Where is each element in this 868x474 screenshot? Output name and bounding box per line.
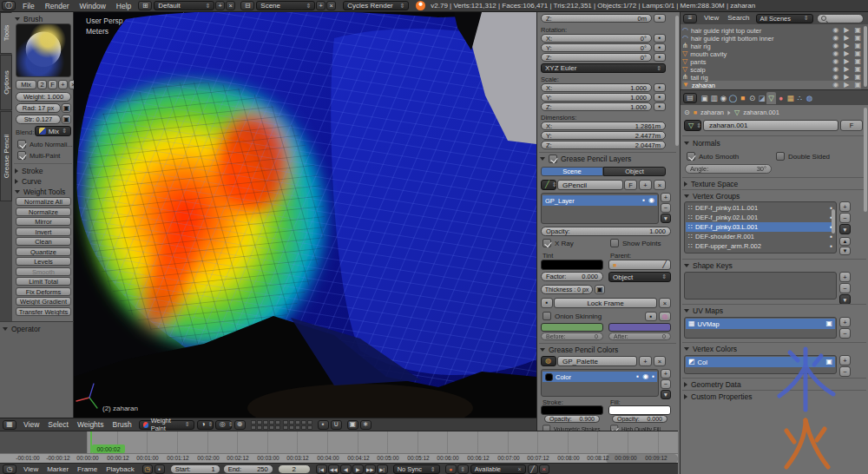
scene-close-button[interactable]: × [326,1,336,10]
vg-row[interactable]: ∷DEF-upper_arm.R.002▪ [686,241,835,251]
custom-properties-panel-header[interactable]: Custom Properties [684,392,752,401]
breadcrumb-data[interactable]: zaharan.001 [743,109,779,116]
scale-z-lock-button[interactable]: ▪ [654,102,666,111]
menu-render[interactable]: Render [40,0,75,12]
menu-weights[interactable]: Weights [73,418,108,431]
viewport-canvas[interactable] [74,12,536,418]
vertex-groups-panel-header[interactable]: Vertex Groups [684,192,740,201]
lock-frame-lock-button[interactable]: ▪ [541,298,553,308]
scale-y-lock-button[interactable]: ▪ [654,93,666,102]
geometry-data-panel-header[interactable]: Geometry Data [684,380,741,389]
onion-after-field[interactable]: After:0 [608,332,671,340]
tab-world[interactable]: ◯ [728,92,738,104]
weight-tools-panel-header[interactable]: Weight Tools [15,188,65,196]
gp-layer-remove-button[interactable]: − [661,203,671,213]
gp-datablock-icon-select[interactable]: ╱⇕ [541,180,556,190]
gp-source-scene-tab[interactable]: Scene [541,167,603,176]
tab-material[interactable]: ● [776,92,786,104]
editor-type-info-button[interactable]: ⓘ [2,1,16,10]
render-anim-button[interactable]: ∗ [360,420,372,430]
smooth-button[interactable]: Smooth [16,267,71,276]
sk-add-button[interactable]: + [839,272,851,282]
outliner-scrollbar[interactable] [864,26,867,87]
preview-range-button[interactable]: ◷ [142,464,153,474]
outliner-menu-search[interactable]: Search [723,12,753,24]
blend-select[interactable]: Mix⇕ [35,126,71,136]
play-button[interactable]: ▶ [352,464,364,474]
weight-gradient-button[interactable]: Weight Gradient [16,297,71,306]
scene-select[interactable]: Scene⇕ [256,1,315,10]
mesh-name-field[interactable]: zaharan.001 [703,120,838,131]
vg-row[interactable]: ∷DEF-f_pinky.01.L.001▪ [686,203,835,213]
sk-remove-button[interactable]: − [839,283,851,293]
normalize-button[interactable]: Normalize [16,207,71,216]
npanel-scrollbar[interactable] [675,16,679,146]
scene-icon-button[interactable]: ⊟ [240,1,254,10]
parent-object-field[interactable]: ■╱ [608,260,671,270]
vg-row-selected[interactable]: ∷DEF-f_pinky.03.L.001▪ [686,222,835,232]
menu-help[interactable]: Help [111,0,136,12]
tab-physics[interactable]: ◍ [805,92,814,104]
gp-color-list[interactable]: Color▪◉▪ [541,369,659,397]
rotation-y-lock-button[interactable]: ▪ [654,43,666,52]
layout-add-button[interactable]: + [215,1,225,10]
shading-select[interactable]: ◑⇕ [197,420,214,430]
transfer-weights-button[interactable]: Transfer Weights [16,307,71,316]
current-frame-field[interactable]: 2 [278,464,311,474]
strength-pressure-button[interactable]: ▣ [62,115,71,124]
brush-panel-header[interactable]: Brush [15,15,43,23]
menu-view[interactable]: View [19,418,43,431]
timeline-menu-marker[interactable]: Marker [43,464,73,474]
pin-icon[interactable]: ⊙ [684,109,690,116]
eye-icon[interactable]: ◉ [832,27,838,34]
tab-render-layers[interactable]: ▥ [709,92,719,104]
gp-layer-specials-button[interactable]: ▾ [661,214,671,223]
dim-z-field[interactable]: Z:2.0447m [541,141,666,149]
menu-window[interactable]: Window [75,0,111,12]
brush-preview[interactable] [16,23,71,77]
levels-button[interactable]: Levels [16,257,71,266]
dim-y-field[interactable]: Y:2.4477m [541,131,666,140]
volumetric-strokes-checkbox[interactable]: Volumetric Strokes [542,425,601,431]
brush-fake-user-button[interactable]: F [48,80,57,89]
layers-widget-a[interactable] [251,420,280,430]
operator-panel-header[interactable]: Operator [3,325,41,333]
timeline-menu-playback[interactable]: Playback [102,464,138,474]
editor-type-3d-button[interactable]: ▦ [3,420,16,430]
quantize-button[interactable]: Quantize [16,247,71,256]
delete-keyframe-button[interactable]: × [539,464,549,474]
stroke-opacity-slider[interactable]: Opacity:0.900 [544,415,600,423]
brush-mix-button[interactable]: Mix [16,80,36,89]
keying-set-field[interactable]: Available× [470,464,526,474]
palette-add-button[interactable]: + [639,356,652,366]
gp-colors-panel-header[interactable]: Grease Pencil Colors [540,346,618,354]
mirror-button[interactable]: Mirror [16,217,71,226]
play-reverse-button[interactable]: ◀ [340,464,352,474]
tab-object-data[interactable]: ▽ [766,92,776,104]
vg-row[interactable]: ∷DEF-shoulder.R.001▪ [686,232,835,241]
vg-list-scrollbar[interactable] [832,209,835,234]
show-points-checkbox[interactable]: Show Points [610,239,661,247]
render-toggle-icon[interactable]: ▣ [854,27,861,34]
manipulator-toggle[interactable]: ⊕ [234,420,246,430]
vg-row[interactable]: ∷DEF-f_pinky.02.L.001▪ [686,213,835,222]
stroke-panel-header[interactable]: Stroke [15,167,43,175]
rotation-x-lock-button[interactable]: ▪ [654,34,666,43]
lock-camera-button[interactable]: ▪ [318,420,329,430]
render-engine-select[interactable]: Cycles Render⇕ [343,1,409,10]
uv-map-row[interactable]: ▦UVMap▣ [686,319,835,329]
scale-x-lock-button[interactable]: ▪ [654,83,666,92]
smooth-angle-slider[interactable]: Angle:30° [685,164,772,174]
gp-layer-row[interactable]: GP_Layer▪◉ [542,195,657,206]
fill-color-swatch[interactable] [608,405,671,415]
auto-keyframe-button[interactable]: ● [445,464,457,474]
gp-fake-user-button[interactable]: F [624,180,637,190]
eyedropper-icon[interactable]: ╱ [662,261,667,268]
scale-y-field[interactable]: Y:1.000 [541,93,652,102]
location-z-lock-button[interactable]: ▪ [654,14,666,23]
shape-keys-panel-header[interactable]: Shape Keys [684,261,733,270]
keying-set-select[interactable]: ⇕ [457,464,469,474]
tab-modifiers[interactable]: ◪ [757,92,766,104]
selectable-icon[interactable]: ▶ [844,27,849,34]
thickness-pressure-button[interactable]: ▣ [595,285,605,294]
